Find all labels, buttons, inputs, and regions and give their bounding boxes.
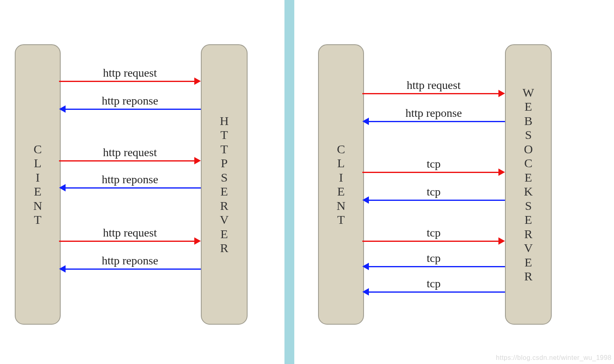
left-server-node: HTTPSERVER bbox=[201, 44, 248, 325]
left-arrow-line bbox=[66, 109, 201, 110]
watermark-text: https://blog.csdn.net/winter_wu_1998 bbox=[496, 354, 612, 362]
right-arrow-label: http reponse bbox=[362, 107, 505, 120]
arrow-left-icon bbox=[362, 263, 369, 270]
arrow-left-icon bbox=[59, 184, 66, 191]
right-server-label: WEBSOCEKSERVER bbox=[523, 86, 534, 284]
right-arrow-line bbox=[369, 200, 505, 201]
left-arrow-label: http reponse bbox=[59, 173, 201, 186]
arrow-right-icon bbox=[194, 157, 201, 164]
arrow-right-icon bbox=[194, 77, 201, 85]
arrow-right-icon bbox=[498, 237, 505, 245]
left-arrow-line bbox=[66, 187, 201, 189]
right-arrow-line bbox=[362, 241, 498, 242]
right-client-node: CLIENT bbox=[318, 44, 364, 325]
left-arrow-label: http request bbox=[59, 146, 201, 159]
right-arrow-label: tcp bbox=[362, 185, 505, 198]
left-client-node: CLIENT bbox=[15, 44, 61, 325]
center-divider bbox=[284, 0, 294, 364]
right-arrow-label: tcp bbox=[362, 252, 505, 265]
arrow-right-icon bbox=[498, 90, 505, 97]
left-arrow-line bbox=[59, 160, 194, 162]
right-arrow-line bbox=[369, 121, 505, 122]
left-arrow-label: http request bbox=[59, 66, 201, 80]
arrow-left-icon bbox=[362, 196, 369, 204]
diagram-canvas: CLIENT HTTPSERVER CLIENT WEBSOCEKSERVER … bbox=[0, 0, 614, 364]
right-arrow-line bbox=[369, 266, 505, 267]
right-arrow-label: tcp bbox=[362, 157, 505, 171]
left-arrow-line bbox=[59, 81, 194, 82]
left-client-label: CLIENT bbox=[33, 142, 42, 227]
left-arrow-label: http reponse bbox=[59, 94, 201, 107]
right-arrow-line bbox=[362, 172, 498, 173]
right-arrow-line bbox=[369, 291, 505, 293]
arrow-right-icon bbox=[194, 237, 201, 245]
left-arrow-label: http reponse bbox=[59, 254, 201, 267]
arrow-left-icon bbox=[59, 265, 66, 273]
right-client-label: CLIENT bbox=[337, 142, 346, 227]
right-server-node: WEBSOCEKSERVER bbox=[505, 44, 552, 325]
right-arrow-label: http request bbox=[362, 79, 505, 92]
arrow-left-icon bbox=[59, 105, 66, 113]
arrow-right-icon bbox=[498, 168, 505, 176]
arrow-left-icon bbox=[362, 118, 369, 125]
right-arrow-line bbox=[362, 93, 498, 94]
arrow-left-icon bbox=[362, 288, 369, 296]
left-arrow-label: http request bbox=[59, 226, 201, 239]
left-server-label: HTTPSERVER bbox=[220, 114, 229, 255]
right-arrow-label: tcp bbox=[362, 226, 505, 239]
right-arrow-label: tcp bbox=[362, 277, 505, 290]
left-arrow-line bbox=[59, 241, 194, 242]
left-arrow-line bbox=[66, 268, 201, 270]
